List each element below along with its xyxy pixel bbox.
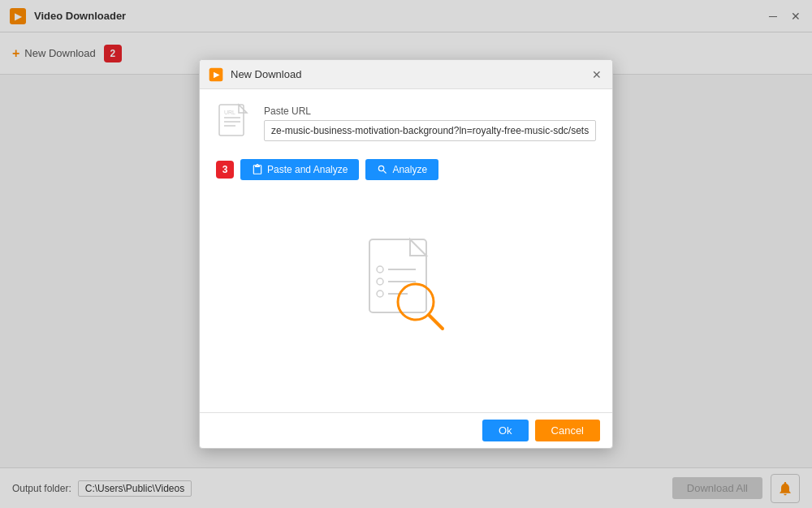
paste-icon bbox=[252, 164, 263, 175]
modal-footer: Ok Cancel bbox=[200, 412, 612, 448]
modal-title: New Download bbox=[231, 68, 301, 80]
svg-point-12 bbox=[377, 278, 383, 285]
paste-and-analyze-button[interactable]: Paste and Analyze bbox=[240, 159, 359, 180]
step3-badge: 3 bbox=[216, 161, 234, 179]
url-doc-icon: URL bbox=[216, 105, 252, 141]
search-icon bbox=[377, 164, 388, 175]
action-buttons-row: 3 Paste and Analyze Analyze bbox=[216, 159, 596, 180]
url-input[interactable] bbox=[264, 120, 596, 141]
modal-close-button[interactable]: ✕ bbox=[590, 67, 604, 82]
cancel-button[interactable]: Cancel bbox=[535, 420, 600, 441]
svg-point-14 bbox=[377, 291, 383, 297]
svg-text:▶: ▶ bbox=[214, 71, 220, 79]
svg-point-10 bbox=[377, 266, 383, 273]
paste-url-label: Paste URL bbox=[264, 105, 596, 117]
modal-titlebar: ▶ New Download ✕ bbox=[200, 60, 612, 89]
svg-line-17 bbox=[429, 315, 443, 329]
document-icon: URL bbox=[216, 103, 252, 144]
paste-url-right: Paste URL bbox=[264, 105, 596, 141]
paste-and-analyze-label: Paste and Analyze bbox=[267, 164, 348, 175]
svg-text:URL: URL bbox=[224, 110, 235, 115]
modal-content-area bbox=[216, 180, 596, 396]
modal-title-left: ▶ New Download bbox=[208, 67, 301, 83]
new-download-modal: ▶ New Download ✕ URL bbox=[199, 59, 613, 449]
ok-button[interactable]: Ok bbox=[482, 420, 529, 441]
paste-url-section: URL Paste URL bbox=[216, 105, 596, 141]
analyze-label: Analyze bbox=[392, 164, 427, 175]
modal-logo-icon: ▶ bbox=[208, 67, 224, 83]
modal-body: URL Paste URL 3 Paste and Analyze bbox=[200, 89, 612, 412]
analyze-button[interactable]: Analyze bbox=[365, 159, 438, 180]
empty-state-illustration bbox=[357, 235, 455, 341]
modal-overlay: ▶ New Download ✕ URL bbox=[0, 0, 812, 508]
